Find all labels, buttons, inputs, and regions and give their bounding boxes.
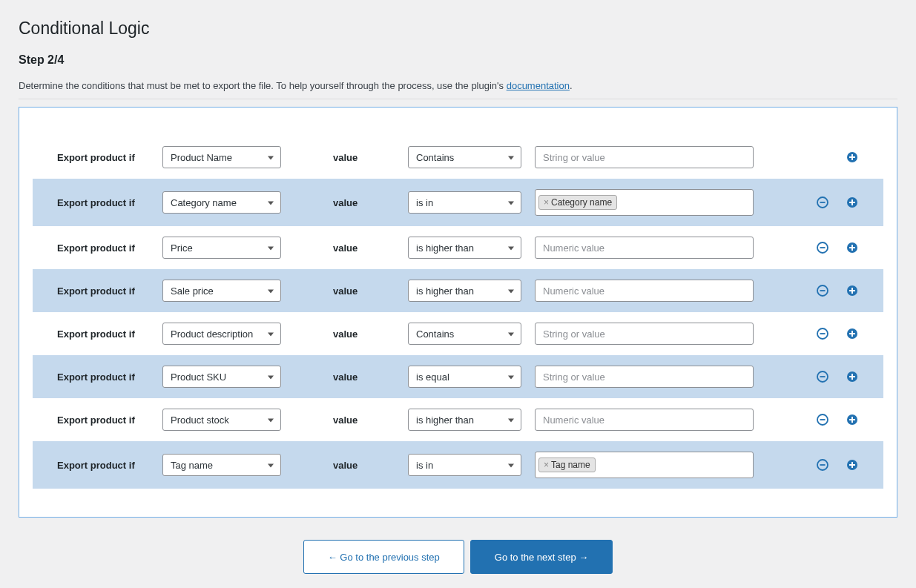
value-label: value <box>281 242 408 254</box>
value-label: value <box>281 328 408 340</box>
add-condition-button[interactable] <box>846 241 859 254</box>
condition-row: Export product ifSale pricevalueis highe… <box>33 269 883 312</box>
page-title: Conditional Logic <box>19 19 897 39</box>
minus-circle-icon <box>817 459 828 471</box>
step-label: Step 2/4 <box>19 53 897 67</box>
remove-condition-button[interactable] <box>816 196 829 209</box>
add-condition-button[interactable] <box>846 284 859 297</box>
remove-condition-button[interactable] <box>816 458 829 472</box>
tag-input[interactable]: ×Category name <box>535 189 754 216</box>
field-select[interactable]: Product Name <box>162 146 281 168</box>
operator-select[interactable]: Contains <box>408 146 521 168</box>
value-label: value <box>281 197 408 208</box>
remove-condition-button[interactable] <box>816 241 829 254</box>
export-if-label: Export product if <box>57 328 162 340</box>
plus-circle-icon <box>846 414 858 426</box>
value-input[interactable] <box>535 146 754 168</box>
plus-circle-icon <box>846 328 858 340</box>
export-if-label: Export product if <box>57 460 162 471</box>
tag-label: Category name <box>551 197 612 208</box>
condition-row: Export product ifCategory namevalueis in… <box>33 179 883 226</box>
field-select[interactable]: Sale price <box>162 280 281 302</box>
tag-chip: ×Tag name <box>538 457 596 472</box>
tag-label: Tag name <box>551 460 590 470</box>
minus-circle-icon <box>817 328 828 340</box>
export-if-label: Export product if <box>57 285 162 297</box>
tag-chip: ×Category name <box>538 195 617 210</box>
export-if-label: Export product if <box>57 197 162 208</box>
remove-condition-button[interactable] <box>816 327 829 340</box>
footer-buttons: ← Go to the previous step Go to the next… <box>19 540 897 574</box>
field-select[interactable]: Tag name <box>162 454 281 476</box>
minus-circle-icon <box>817 371 828 383</box>
value-label: value <box>281 414 408 426</box>
field-select[interactable]: Product SKU <box>162 366 281 388</box>
value-label: value <box>281 460 408 471</box>
plus-circle-icon <box>846 371 858 383</box>
operator-select[interactable]: Contains <box>408 323 521 345</box>
condition-row: Export product ifPricevalueis higher tha… <box>33 226 883 269</box>
conditions-panel: Export product ifProduct NamevalueContai… <box>19 107 897 518</box>
next-step-button[interactable]: Go to the next step → <box>470 540 613 574</box>
condition-row: Export product ifProduct SKUvalueis equa… <box>33 355 883 398</box>
operator-select[interactable]: is in <box>408 454 521 476</box>
operator-select[interactable]: is higher than <box>408 237 521 259</box>
operator-select[interactable]: is higher than <box>408 409 521 431</box>
plus-circle-icon <box>846 242 858 254</box>
value-input[interactable] <box>535 366 754 388</box>
previous-step-button[interactable]: ← Go to the previous step <box>303 540 464 574</box>
minus-circle-icon <box>817 414 828 426</box>
field-select[interactable]: Price <box>162 237 281 259</box>
remove-tag-icon[interactable]: × <box>544 197 549 208</box>
condition-row: Export product ifProduct NamevalueContai… <box>33 136 883 179</box>
minus-circle-icon <box>817 196 828 208</box>
add-condition-button[interactable] <box>846 413 859 426</box>
documentation-link[interactable]: documentation <box>507 80 570 91</box>
remove-condition-button[interactable] <box>816 284 829 297</box>
add-condition-button[interactable] <box>846 151 859 164</box>
field-select[interactable]: Product description <box>162 323 281 345</box>
add-condition-button[interactable] <box>846 327 859 340</box>
export-if-label: Export product if <box>57 152 162 163</box>
add-condition-button[interactable] <box>846 196 859 209</box>
export-if-label: Export product if <box>57 414 162 426</box>
plus-circle-icon <box>846 196 858 208</box>
remove-tag-icon[interactable]: × <box>544 460 549 470</box>
value-input[interactable] <box>535 323 754 345</box>
divider <box>19 99 897 99</box>
value-input[interactable] <box>535 237 754 259</box>
plus-circle-icon <box>846 459 858 471</box>
operator-select[interactable]: is in <box>408 191 521 214</box>
export-if-label: Export product if <box>57 242 162 254</box>
export-if-label: Export product if <box>57 371 162 383</box>
add-condition-button[interactable] <box>846 370 859 383</box>
value-label: value <box>281 152 408 163</box>
minus-circle-icon <box>817 242 828 254</box>
condition-row: Export product ifProduct stockvalueis hi… <box>33 398 883 441</box>
condition-row: Export product ifProduct descriptionvalu… <box>33 312 883 355</box>
remove-condition-button[interactable] <box>816 370 829 383</box>
condition-row: Export product ifTag namevalueis in×Tag … <box>33 441 883 489</box>
value-input[interactable] <box>535 280 754 302</box>
remove-condition-button[interactable] <box>816 413 829 426</box>
plus-circle-icon <box>846 151 858 163</box>
plus-circle-icon <box>846 285 858 297</box>
minus-circle-icon <box>817 285 828 297</box>
value-label: value <box>281 285 408 297</box>
add-condition-button[interactable] <box>846 458 859 472</box>
page-description: Determine the conditions that must be me… <box>19 80 897 91</box>
operator-select[interactable]: is higher than <box>408 280 521 302</box>
value-label: value <box>281 371 408 383</box>
operator-select[interactable]: is equal <box>408 366 521 388</box>
field-select[interactable]: Category name <box>162 191 281 214</box>
field-select[interactable]: Product stock <box>162 409 281 431</box>
tag-input[interactable]: ×Tag name <box>535 452 754 478</box>
value-input[interactable] <box>535 409 754 431</box>
